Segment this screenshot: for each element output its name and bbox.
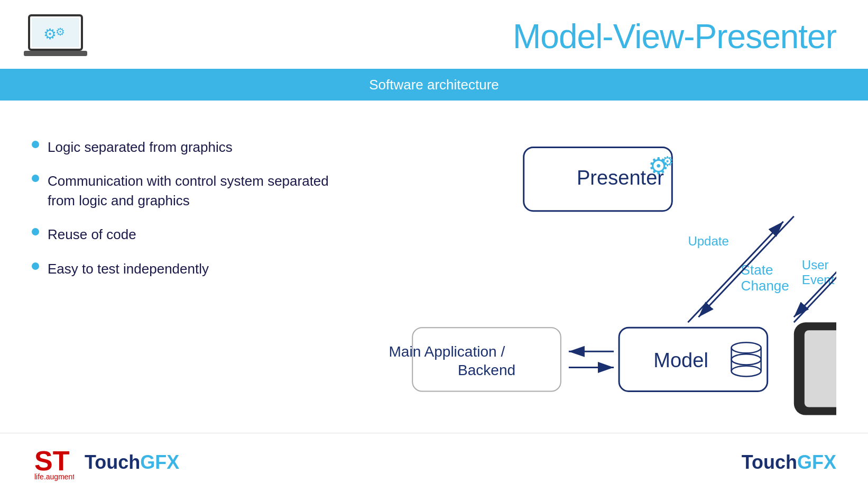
svg-text:Update: Update [688,234,729,248]
diagram-wrapper: Presenter ⚙ ⚙ Update State Change User E… [359,116,836,422]
bullet-text-4: Easy to test independently [48,259,209,278]
laptop-icon: ⚙ ⚙ [21,10,90,63]
bullet-dot-1 [32,141,39,148]
svg-text:⚙: ⚙ [43,26,57,42]
st-logo-icon: ST life.augmented [32,441,74,484]
bullet-item-3: Reuse of code [32,225,338,244]
svg-text:User: User [802,258,829,272]
footer-brand-left: TouchGFX [85,451,179,474]
bullet-dot-2 [32,175,39,182]
bullet-text-2: Communication with control system separa… [48,171,338,210]
page-title: Model-View-Presenter [513,17,836,56]
svg-text:⚙: ⚙ [56,26,65,38]
banner-text: Software architecture [369,77,499,93]
bullet-item-1: Logic separated from graphics [32,138,338,157]
svg-rect-2 [24,51,87,56]
svg-text:Change: Change [741,278,789,294]
svg-text:State: State [741,262,773,278]
svg-line-12 [698,216,793,317]
svg-text:Backend: Backend [458,362,515,378]
bullet-dot-4 [32,262,39,270]
svg-text:⚙: ⚙ [661,153,673,169]
svg-text:Model: Model [653,349,708,371]
header: ⚙ ⚙ Model-View-Presenter [0,0,868,69]
svg-text:life.augmented: life.augmented [34,472,74,481]
bullet-text-1: Logic separated from graphics [48,138,233,157]
footer: ST life.augmented TouchGFX TouchGFX [0,433,868,491]
svg-text:ST: ST [34,445,70,476]
banner: Software architecture [0,69,868,101]
svg-rect-32 [805,330,836,407]
svg-text:Main Application /: Main Application / [389,343,505,360]
diagram-svg: Presenter ⚙ ⚙ Update State Change User E… [359,116,836,422]
bullet-item-2: Communication with control system separa… [32,171,338,210]
bullet-section: Logic separated from graphics Communicat… [32,116,338,422]
bullet-text-3: Reuse of code [48,225,136,244]
bullet-item-4: Easy to test independently [32,259,338,278]
main-content: Logic separated from graphics Communicat… [0,101,868,433]
footer-brand-right: TouchGFX [742,451,836,474]
bullet-dot-3 [32,228,39,235]
logo-area: ⚙ ⚙ [21,10,90,63]
footer-left: ST life.augmented TouchGFX [32,441,179,484]
